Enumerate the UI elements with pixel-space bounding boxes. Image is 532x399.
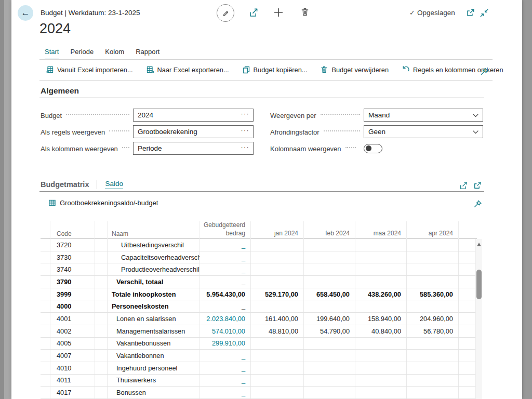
budget-field[interactable]: 2024 ···: [133, 109, 254, 122]
cell-budgeted-amount[interactable]: _: [200, 251, 251, 263]
table-row[interactable]: 4010Ingehuurd personeel_: [41, 362, 477, 375]
cell-month-value[interactable]: 585.360,00: [407, 288, 459, 300]
cell-name[interactable]: Verschil, totaal: [108, 276, 200, 288]
cell-code[interactable]: 4002: [50, 325, 95, 337]
cell-code[interactable]: 4000: [50, 300, 95, 312]
table-row[interactable]: 4011Thuiswerkers_: [41, 375, 477, 387]
header-apr[interactable]: apr 2024: [407, 221, 459, 240]
cell-code[interactable]: 3730: [50, 251, 95, 263]
assist-edit-button[interactable]: ···: [241, 110, 250, 117]
cell-month-value[interactable]: [407, 350, 459, 362]
cell-budgeted-amount[interactable]: _: [200, 387, 251, 398]
table-row[interactable]: 3720Uitbestedingsverschil_: [41, 239, 477, 251]
row-selector[interactable]: [41, 325, 50, 337]
cell-month-value[interactable]: [355, 362, 407, 374]
row-selector[interactable]: [41, 288, 50, 300]
cell-month-value[interactable]: [355, 350, 407, 362]
row-selector[interactable]: [41, 300, 50, 312]
table-row[interactable]: 3740Productieoverheadverschil_: [41, 263, 477, 276]
cell-month-value[interactable]: [304, 276, 355, 288]
table-row[interactable]: 3999Totale inkoopkosten5.954.430,00529.1…: [41, 288, 477, 301]
row-selector[interactable]: [41, 251, 50, 263]
cell-month-value[interactable]: [304, 338, 355, 350]
chevron-down-icon[interactable]: [473, 114, 478, 117]
row-selector[interactable]: [41, 350, 50, 362]
pin-matrix-button[interactable]: [473, 200, 482, 208]
cell-code[interactable]: 4001: [50, 313, 95, 325]
tab-start[interactable]: Start: [45, 48, 59, 60]
row-selector[interactable]: [41, 263, 50, 275]
back-button[interactable]: ←: [18, 5, 33, 21]
cell-month-value[interactable]: [355, 387, 407, 398]
cell-code[interactable]: 4017: [50, 387, 95, 398]
cell-budgeted-amount[interactable]: _: [200, 239, 251, 251]
tab-rapport[interactable]: Rapport: [136, 48, 159, 60]
edit-mode-button[interactable]: [217, 4, 234, 22]
cell-month-value[interactable]: [407, 362, 459, 374]
vertical-scrollbar[interactable]: [475, 239, 482, 399]
scrollbar-up-arrow[interactable]: [477, 243, 481, 246]
delete-button[interactable]: [300, 7, 310, 17]
cell-month-value[interactable]: 48.810,00: [251, 325, 304, 337]
cell-month-value[interactable]: 158.940,00: [355, 313, 407, 325]
cell-month-value[interactable]: [304, 251, 355, 263]
cell-name[interactable]: Bonussen: [108, 387, 200, 398]
rows-as-field[interactable]: Grootboekrekening ···: [133, 125, 254, 138]
header-jan[interactable]: jan 2024: [251, 221, 304, 240]
cell-budgeted-amount[interactable]: _: [200, 350, 251, 362]
cell-month-value[interactable]: [251, 375, 304, 387]
table-row[interactable]: 3790Verschil, totaal_: [41, 276, 477, 288]
cell-month-value[interactable]: [304, 300, 355, 312]
cell-month-value[interactable]: 161.400,00: [251, 313, 304, 325]
rounding-factor-select[interactable]: Geen: [364, 125, 483, 138]
row-selector[interactable]: [41, 239, 50, 251]
import-from-excel-button[interactable]: Vanuit Excel importeren...: [46, 65, 133, 74]
header-name[interactable]: Naam: [108, 221, 200, 240]
cell-month-value[interactable]: [304, 263, 355, 275]
cell-budgeted-amount[interactable]: 5.954.430,00: [200, 288, 251, 300]
cell-month-value[interactable]: [251, 350, 304, 362]
popout-button[interactable]: [466, 8, 475, 18]
cell-code[interactable]: 4007: [50, 350, 95, 362]
saldo-view-link[interactable]: Saldo: [105, 180, 123, 189]
cell-month-value[interactable]: 204.960,00: [407, 313, 459, 325]
table-row[interactable]: 4001Lonen en salarissen2.023.840,00161.4…: [41, 313, 477, 325]
cell-name[interactable]: Vakantiebonussen: [108, 338, 200, 350]
cell-month-value[interactable]: [355, 263, 407, 275]
cell-month-value[interactable]: [407, 387, 459, 398]
header-budgeted-amount[interactable]: Gebudgetteerd bedrag: [200, 221, 251, 240]
cell-month-value[interactable]: [304, 375, 355, 387]
cell-month-value[interactable]: [355, 300, 407, 312]
row-selector[interactable]: [41, 313, 50, 325]
cell-month-value[interactable]: [304, 239, 355, 251]
cell-code[interactable]: 3720: [50, 239, 95, 251]
cell-code[interactable]: 3740: [50, 263, 95, 275]
gl-balance-budget-action[interactable]: Grootboekrekeningsaldo/-budget: [48, 199, 158, 207]
cell-code[interactable]: 3999: [50, 288, 95, 300]
table-row[interactable]: 4005Vakantiebonussen299.910,00: [41, 338, 477, 350]
cell-budgeted-amount[interactable]: _: [200, 362, 251, 374]
row-selector[interactable]: [41, 338, 50, 350]
cell-month-value[interactable]: [251, 338, 304, 350]
cell-month-value[interactable]: [251, 251, 304, 263]
cell-month-value[interactable]: [407, 251, 459, 263]
cell-budgeted-amount[interactable]: 574.010,00: [200, 325, 251, 337]
assist-edit-button[interactable]: ···: [241, 127, 250, 134]
cell-month-value[interactable]: [304, 350, 355, 362]
view-by-select[interactable]: Maand: [364, 109, 483, 122]
cell-month-value[interactable]: 529.170,00: [251, 288, 304, 300]
collapse-button[interactable]: [480, 8, 489, 18]
cell-name[interactable]: Uitbestedingsverschil: [108, 239, 200, 251]
columns-as-field[interactable]: Periode ···: [133, 142, 254, 155]
cell-month-value[interactable]: [407, 239, 459, 251]
cell-month-value[interactable]: [355, 251, 407, 263]
cell-month-value[interactable]: [304, 362, 355, 374]
cell-name[interactable]: Productieoverheadverschil: [108, 263, 200, 275]
copy-budget-button[interactable]: Budget kopiëren...: [242, 65, 308, 74]
assist-edit-button[interactable]: ···: [241, 143, 250, 151]
cell-month-value[interactable]: 658.450,00: [304, 288, 355, 300]
cell-month-value[interactable]: [355, 276, 407, 288]
tab-kolom[interactable]: Kolom: [105, 48, 124, 60]
cell-name[interactable]: Personeelskosten: [108, 300, 200, 312]
cell-name[interactable]: Managementsalarissen: [108, 325, 200, 337]
